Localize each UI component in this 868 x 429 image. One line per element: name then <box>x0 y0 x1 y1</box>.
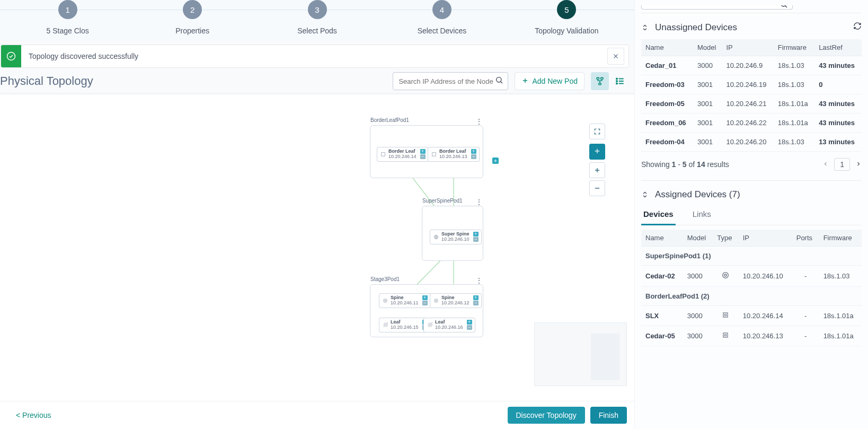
alert-close-button[interactable] <box>607 48 624 65</box>
node-collapse-icon[interactable]: − <box>420 154 426 159</box>
topology-node[interactable]: Border Leaf10.20.246.13 +− <box>428 147 480 162</box>
topology-node[interactable]: Spine10.20.246.11 +− <box>379 293 431 308</box>
step-1-circle: 1 <box>58 0 77 19</box>
table-row[interactable]: Cedar-05 3000 10.20.246.13 - 18s.1.01a <box>641 326 862 346</box>
add-node-button[interactable]: + <box>492 157 499 164</box>
col-firmware[interactable]: Firmware <box>819 230 862 247</box>
node-collapse-icon[interactable]: − <box>467 325 472 330</box>
table-row[interactable]: Freedom-04 3001 10.20.246.20 18s.1.03 13… <box>641 133 862 152</box>
assigned-title: Assigned Devices (7) <box>655 189 740 200</box>
col-ports[interactable]: Ports <box>792 230 819 247</box>
kebab-icon[interactable]: ⋮ <box>475 117 483 126</box>
node-search[interactable] <box>393 72 508 90</box>
cell-lastref: 13 minutes <box>814 133 862 152</box>
node-collapse-icon[interactable]: − <box>473 237 479 242</box>
finish-button[interactable]: Finish <box>590 407 627 424</box>
col-model[interactable]: Model <box>683 230 713 247</box>
cell-firmware: 18s.1.03 <box>819 266 862 287</box>
cell-lastref: 43 minutes <box>814 56 862 75</box>
node-collapse-icon[interactable]: − <box>473 301 479 305</box>
group-header[interactable]: BorderLeafPod1 (2) <box>641 287 862 306</box>
tab-devices[interactable]: Devices <box>641 205 676 225</box>
pod-borderleaf[interactable]: BorderLeafPod1 ⋮ Border Leaf10.20.246.14… <box>370 125 483 178</box>
kebab-icon[interactable]: ⋮ <box>475 198 483 206</box>
node-expand-icon[interactable]: + <box>422 295 428 300</box>
step-2[interactable]: 2 Properties <box>130 0 254 35</box>
minimap[interactable] <box>534 322 627 386</box>
node-expand-icon[interactable]: + <box>467 320 472 325</box>
zoom-in-button[interactable] <box>589 162 605 178</box>
table-row[interactable]: Cedar_01 3000 10.20.246.9 18s.1.03 43 mi… <box>641 56 862 75</box>
tree-view-button[interactable] <box>591 72 609 90</box>
node-type-icon <box>427 322 432 328</box>
svg-point-22 <box>435 300 437 302</box>
cell-ip: 10.20.246.20 <box>722 133 773 152</box>
pod-label: BorderLeafPod1 <box>370 117 409 123</box>
kebab-icon[interactable]: ⋮ <box>475 276 483 285</box>
node-expand-icon[interactable]: + <box>473 295 479 300</box>
cell-ip: 10.20.246.13 <box>739 326 792 346</box>
step-1[interactable]: 1 5 Stage Clos <box>5 0 130 35</box>
node-collapse-icon[interactable]: − <box>422 301 428 305</box>
node-ip: 10.20.246.12 <box>441 301 470 306</box>
page-prev-icon[interactable] <box>822 160 829 169</box>
col-ip[interactable]: IP <box>739 230 792 247</box>
table-row[interactable]: Freedom-03 3001 10.20.246.19 18s.1.03 0 <box>641 75 862 94</box>
step-3[interactable]: 3 Select Pods <box>255 0 379 35</box>
previous-link[interactable]: < Previous <box>16 411 51 419</box>
node-expand-icon[interactable]: + <box>471 149 476 154</box>
col-type[interactable]: Type <box>713 230 739 247</box>
cell-name: Freedom-03 <box>641 75 693 94</box>
topology-canvas[interactable]: BorderLeafPod1 ⋮ Border Leaf10.20.246.14… <box>0 94 634 401</box>
group-header[interactable]: SuperSpinePod1 (1) <box>641 247 862 266</box>
node-expand-icon[interactable]: + <box>473 232 479 237</box>
view-toggles <box>591 72 629 90</box>
add-new-pod-button[interactable]: Add New Pod <box>515 72 584 90</box>
col-model[interactable]: Model <box>693 39 722 56</box>
page-number[interactable]: 1 <box>834 158 850 171</box>
table-row[interactable]: Cedar-02 3000 10.20.246.10 - 18s.1.03 <box>641 266 862 287</box>
step-5[interactable]: 5 Topology Validation <box>504 0 629 35</box>
table-row[interactable]: SLX 3000 10.20.246.14 - 18s.1.01a <box>641 306 862 326</box>
node-type-icon <box>431 151 437 157</box>
discover-topology-button[interactable]: Discover Topology <box>508 407 585 424</box>
node-search-input[interactable] <box>397 77 495 86</box>
topology-node[interactable]: Border Leaf10.20.246.14 +− <box>377 147 429 162</box>
col-ip[interactable]: IP <box>722 39 773 56</box>
col-firmware[interactable]: Firmware <box>774 39 814 56</box>
col-name[interactable]: Name <box>641 39 693 56</box>
cell-ip: 10.20.246.22 <box>722 113 773 133</box>
col-name[interactable]: Name <box>641 230 683 247</box>
list-view-button[interactable] <box>611 72 629 90</box>
device-search-cutoff[interactable]: Search <box>641 5 793 10</box>
pod-stage3[interactable]: Stage3Pod1 ⋮ Spine10.20.246.11 +− Spine1… <box>370 284 483 337</box>
col-lastref[interactable]: LastRef <box>814 39 862 56</box>
search-icon <box>780 5 788 10</box>
topology-node[interactable]: Leaf10.20.246.15 +− <box>379 318 431 332</box>
topology-node[interactable]: Leaf10.20.246.16 +− <box>423 318 475 332</box>
table-row[interactable]: Freedom-05 3001 10.20.246.21 18s.1.01a 4… <box>641 94 862 113</box>
collapse-icon[interactable] <box>641 24 649 31</box>
zoom-out-button[interactable] <box>589 180 605 196</box>
cell-firmware: 18s.1.01a <box>819 326 862 346</box>
pan-button[interactable] <box>589 144 605 160</box>
refresh-icon[interactable] <box>853 22 862 33</box>
cell-lastref: 0 <box>814 75 862 94</box>
pod-superspine[interactable]: SuperSpinePod1 ⋮ Super Spine10.20.246.10… <box>422 206 483 261</box>
cell-firmware: 18s.1.03 <box>774 56 814 75</box>
table-row[interactable]: Freedom_06 3001 10.20.246.22 18s.1.01a 4… <box>641 113 862 133</box>
svg-rect-27 <box>723 313 728 317</box>
search-icon <box>495 76 503 86</box>
node-expand-icon[interactable]: + <box>420 149 426 154</box>
topology-node[interactable]: Spine10.20.246.12 +− <box>430 293 482 308</box>
collapse-icon[interactable] <box>641 191 649 198</box>
cell-type <box>713 326 739 346</box>
plus-icon: + <box>809 5 813 6</box>
tab-links[interactable]: Links <box>690 205 713 225</box>
page-next-icon[interactable] <box>855 160 862 169</box>
cell-name: Freedom-05 <box>641 94 693 113</box>
fullscreen-button[interactable] <box>589 124 605 139</box>
topology-node[interactable]: Super Spine10.20.246.10 +− <box>430 230 482 244</box>
node-collapse-icon[interactable]: − <box>471 154 476 159</box>
step-4[interactable]: 4 Select Devices <box>379 0 504 35</box>
